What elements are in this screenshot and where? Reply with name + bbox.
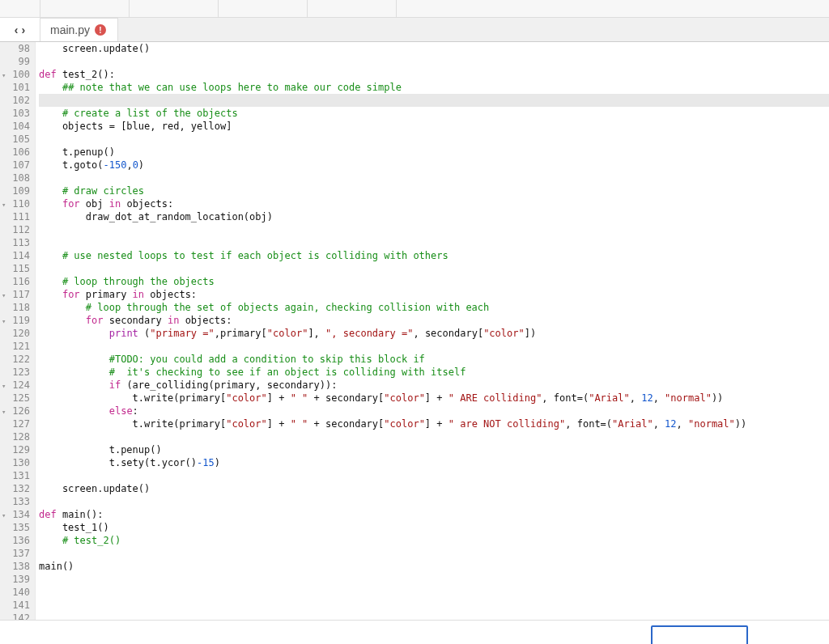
code-line[interactable]: test_1() — [39, 521, 829, 534]
code-line[interactable]: # loop through the set of objects again,… — [39, 301, 829, 314]
file-tab-main-py[interactable]: main.py ! — [40, 18, 118, 41]
code-line[interactable]: objects = [blue, red, yellow] — [39, 120, 829, 133]
code-line[interactable]: # use nested loops to test if each objec… — [39, 249, 829, 262]
code-line[interactable]: if (are_colliding(primary, secondary)): — [39, 379, 829, 392]
nav-forward-icon[interactable]: › — [22, 23, 26, 36]
line-number: 125 — [0, 392, 30, 405]
line-number: 137 — [0, 547, 30, 560]
tab-stub — [219, 0, 308, 17]
tab-stub — [0, 0, 40, 17]
code-line[interactable]: for obj in objects: — [39, 197, 829, 210]
line-number: 118 — [0, 301, 30, 314]
code-line[interactable]: else: — [39, 405, 829, 417]
line-number: 115 — [0, 262, 30, 275]
code-line[interactable]: t.penup() — [39, 146, 829, 159]
line-number: 132 — [0, 482, 30, 495]
code-line[interactable]: # test_2() — [39, 534, 829, 547]
line-number: 106 — [0, 146, 30, 159]
code-line[interactable]: # loop through the objects — [39, 275, 829, 288]
nav-arrows[interactable]: ‹ › — [0, 18, 40, 41]
line-number: 138 — [0, 560, 30, 573]
line-number: 130 — [0, 456, 30, 469]
line-number: 116 — [0, 275, 30, 288]
code-line[interactable] — [39, 172, 829, 184]
line-number: 117 — [0, 288, 30, 301]
tab-stub — [308, 0, 397, 17]
code-line[interactable] — [39, 55, 829, 68]
code-line[interactable] — [39, 223, 829, 236]
code-line[interactable] — [39, 133, 829, 146]
line-number: 133 — [0, 495, 30, 508]
code-line[interactable]: main() — [39, 560, 829, 573]
line-number: 121 — [0, 340, 30, 353]
line-number: 105 — [0, 133, 30, 146]
code-line[interactable] — [39, 236, 829, 249]
code-line[interactable]: ## note that we can use loops here to ma… — [39, 81, 829, 94]
error-badge-icon: ! — [95, 24, 106, 36]
code-line[interactable]: draw_dot_at_random_location(obj) — [39, 210, 829, 223]
code-line[interactable]: t.write(primary["color"] + " " + seconda… — [39, 417, 829, 430]
line-number: 129 — [0, 443, 30, 456]
code-line[interactable]: # draw circles — [39, 184, 829, 197]
line-number: 112 — [0, 223, 30, 236]
line-number-gutter: 9899100101102103104105106107108109110111… — [0, 42, 36, 620]
code-line[interactable]: # create a list of the objects — [39, 107, 829, 120]
line-number: 113 — [0, 236, 30, 249]
line-number: 140 — [0, 586, 30, 599]
code-content[interactable]: screen.update() def test_2(): ## note th… — [36, 42, 829, 620]
line-number: 136 — [0, 534, 30, 547]
line-number: 134 — [0, 508, 30, 521]
line-number: 141 — [0, 599, 30, 612]
line-number: 135 — [0, 521, 30, 534]
code-line[interactable] — [39, 599, 829, 612]
tab-stub — [40, 0, 130, 17]
line-number: 103 — [0, 107, 30, 120]
line-number: 126 — [0, 405, 30, 417]
line-number: 119 — [0, 314, 30, 327]
code-line[interactable]: for secondary in objects: — [39, 314, 829, 327]
code-line[interactable]: def test_2(): — [39, 68, 829, 81]
line-number: 109 — [0, 184, 30, 197]
line-number: 98 — [0, 42, 30, 55]
line-number: 99 — [0, 55, 30, 68]
code-line[interactable]: #TODO: you could add a condition to skip… — [39, 353, 829, 366]
line-number: 123 — [0, 366, 30, 379]
nav-back-icon[interactable]: ‹ — [15, 23, 19, 36]
code-line[interactable] — [39, 340, 829, 353]
line-number: 124 — [0, 379, 30, 392]
code-editor[interactable]: 9899100101102103104105106107108109110111… — [0, 42, 829, 620]
tab-stub — [130, 0, 219, 17]
file-tab-bar: ‹ › main.py ! — [0, 18, 829, 42]
code-line[interactable]: t.write(primary["color"] + " " + seconda… — [39, 392, 829, 405]
line-number: 120 — [0, 327, 30, 340]
code-line[interactable]: # it's checking to see if an object is c… — [39, 366, 829, 379]
code-line[interactable]: def main(): — [39, 508, 829, 521]
code-line[interactable] — [39, 547, 829, 560]
code-line[interactable] — [39, 573, 829, 586]
code-line[interactable] — [39, 469, 829, 482]
code-line[interactable] — [39, 94, 829, 107]
code-line[interactable] — [39, 262, 829, 275]
run-button[interactable] — [651, 625, 748, 644]
code-line[interactable]: screen.update() — [39, 482, 829, 495]
code-line[interactable]: for primary in objects: — [39, 288, 829, 301]
code-line[interactable] — [39, 586, 829, 599]
window-tab-strip — [0, 0, 829, 18]
line-number: 131 — [0, 469, 30, 482]
code-line[interactable]: t.goto(-150,0) — [39, 159, 829, 172]
code-line[interactable]: print ("primary =",primary["color"], ", … — [39, 327, 829, 340]
code-line[interactable]: screen.update() — [39, 42, 829, 55]
line-number: 127 — [0, 417, 30, 430]
line-number: 128 — [0, 430, 30, 443]
code-line[interactable]: t.penup() — [39, 443, 829, 456]
line-number: 139 — [0, 573, 30, 586]
code-line[interactable]: t.sety(t.ycor()-15) — [39, 456, 829, 469]
line-number: 108 — [0, 172, 30, 184]
code-line[interactable] — [39, 430, 829, 443]
line-number: 101 — [0, 81, 30, 94]
code-line[interactable] — [39, 495, 829, 508]
file-tab-label: main.py — [50, 23, 90, 36]
code-line[interactable] — [39, 612, 829, 620]
line-number: 100 — [0, 68, 30, 81]
bottom-bar — [0, 620, 829, 644]
